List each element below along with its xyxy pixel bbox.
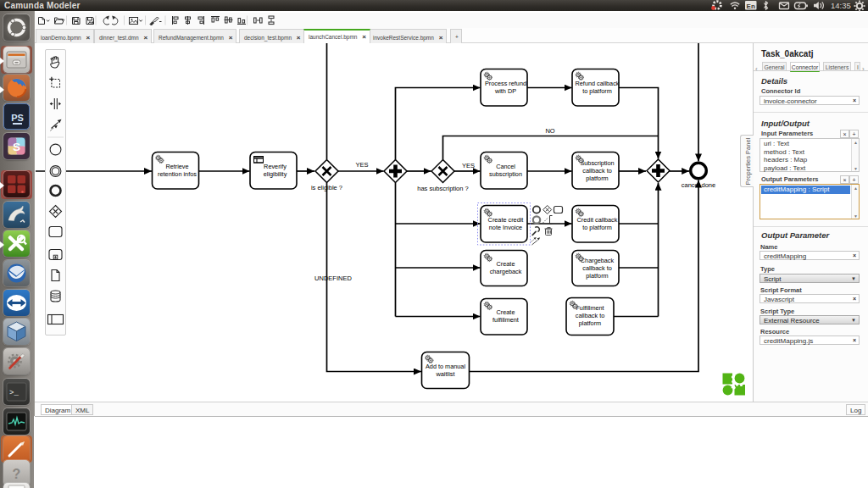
svg-text:cancel done: cancel done <box>682 181 715 189</box>
svg-text:?: ? <box>13 467 21 481</box>
svg-text:En: En <box>747 3 755 10</box>
svg-text:with DP: with DP <box>494 87 516 95</box>
svg-text:platform: platform <box>586 175 608 182</box>
svg-text:subscription: subscription <box>489 170 522 178</box>
svg-text:callback to: callback to <box>576 312 604 319</box>
svg-text:chargeback: chargeback <box>490 268 522 275</box>
svg-text:to platform: to platform <box>582 87 611 95</box>
svg-text:UNDEFINED: UNDEFINED <box>314 274 352 282</box>
svg-text:14:35: 14:35 <box>831 1 851 10</box>
svg-text:eligibility: eligibility <box>264 170 287 178</box>
svg-text:Subscription: Subscription <box>580 159 614 167</box>
svg-text:retention infos: retention infos <box>158 170 197 178</box>
svg-text:waitlist: waitlist <box>436 370 455 378</box>
svg-text:has subscription ?: has subscription ? <box>417 185 468 192</box>
svg-text:Retrieve: Retrieve <box>165 163 188 170</box>
svg-text:note Invoice: note Invoice <box>489 224 522 231</box>
svg-text:YES: YES <box>355 161 368 169</box>
svg-text:Chargeback: Chargeback <box>581 257 615 264</box>
svg-text:Create: Create <box>497 308 515 316</box>
svg-text:Credit callback: Credit callback <box>577 216 618 224</box>
svg-text:to platform: to platform <box>582 224 611 231</box>
svg-text:platform: platform <box>579 319 601 327</box>
svg-text:Cancel: Cancel <box>496 163 515 170</box>
svg-text:S: S <box>13 141 20 153</box>
svg-text:Fulfillment: Fulfillment <box>576 304 604 312</box>
svg-text:NO: NO <box>545 127 554 135</box>
svg-text:>_: >_ <box>9 389 19 397</box>
svg-text:callback to: callback to <box>582 264 611 272</box>
svg-text:Create: Create <box>497 260 515 268</box>
svg-text:YES: YES <box>462 162 475 169</box>
svg-text:platform: platform <box>586 272 608 280</box>
svg-text:callback to: callback to <box>582 167 611 175</box>
svg-text:Create credit: Create credit <box>488 216 524 224</box>
svg-text:Process refund: Process refund <box>485 80 526 87</box>
svg-text:Reverify: Reverify <box>264 163 287 170</box>
svg-text:is eligible ?: is eligible ? <box>311 184 342 191</box>
svg-text:Refund callback: Refund callback <box>576 80 620 87</box>
svg-text:fulfillment: fulfillment <box>492 316 519 324</box>
svg-text:Add to manual: Add to manual <box>426 363 465 370</box>
svg-text:PS: PS <box>11 113 24 123</box>
